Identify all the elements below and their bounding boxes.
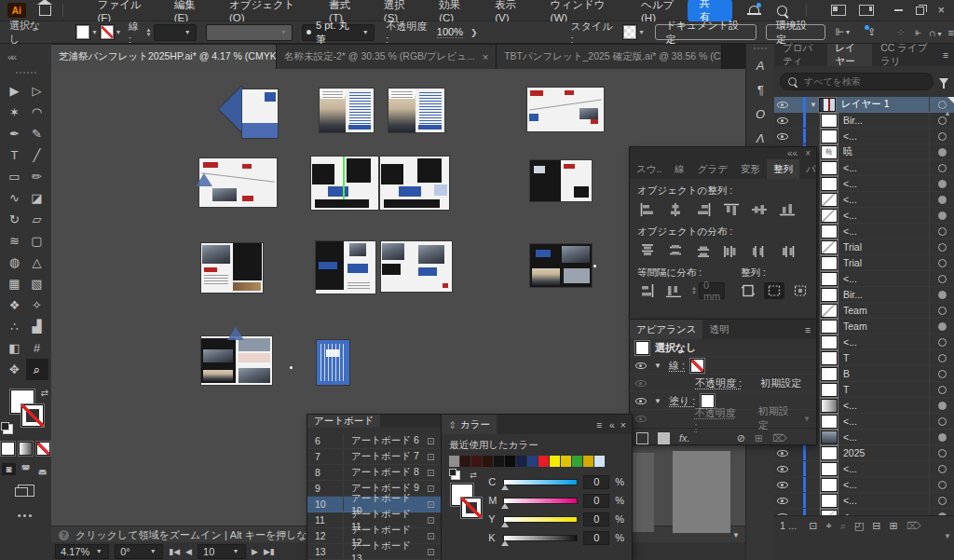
opentype-panel-icon[interactable]: O [746,102,774,126]
rotation-dropdown[interactable]: 0°▾ [115,544,163,559]
layer-name[interactable]: <... [843,273,929,284]
layer-name[interactable]: <... [843,495,929,506]
target-circle-icon[interactable] [938,402,947,410]
artboard-thumbnail[interactable] [380,157,449,210]
window-minimize-button[interactable] [894,9,903,11]
target-circle-icon[interactable] [938,417,947,426]
selection-tool[interactable]: ▶ [4,80,26,102]
layer-name[interactable]: <... [843,162,929,173]
collapse-icons-icon[interactable]: «« [787,148,797,158]
align-to-artboard-icon[interactable] [738,282,758,299]
chevron-down-icon[interactable]: ▾ [846,28,850,36]
menu-item-5[interactable]: 効果(C) [439,0,474,23]
channel-value-field[interactable]: 0 [583,531,609,545]
target-circle-icon[interactable] [938,322,947,331]
recent-color-swatch[interactable] [494,456,504,467]
color-button[interactable] [1,442,15,456]
curvature-tool[interactable]: ✎ [26,123,48,144]
artboard-thumbnail[interactable] [530,244,592,287]
target-circle-icon[interactable] [938,227,947,236]
layer-thumbnail[interactable] [821,130,838,143]
layer-name[interactable]: <... [843,178,929,189]
tab-プロパティ[interactable]: プロパティ [774,44,827,66]
panel-menu-icon[interactable]: ≡ [937,44,954,66]
artboard-thumbnail[interactable] [320,89,374,132]
tab-グラデ[interactable]: グラデ [691,159,734,179]
default-fill-stroke-icon[interactable] [3,424,13,434]
panel-grip-icon[interactable] [754,48,767,49]
layer-name[interactable]: Bir... [843,289,929,300]
recent-color-swatch[interactable] [460,456,470,467]
layer-name[interactable]: <... [843,511,929,515]
style-swatch[interactable] [622,24,637,40]
scroll-down-icon[interactable]: ▼ [803,415,811,423]
recent-color-swatch[interactable] [449,456,459,467]
distribute-h-center-icon[interactable] [749,242,770,259]
gradient-button[interactable] [19,442,33,456]
layer-name[interactable]: レイヤー 1 [841,98,929,111]
align-bottom-icon[interactable] [777,201,797,218]
smart-guides-icon[interactable]: ∩▾ [929,27,945,38]
stroke-swatch[interactable] [461,498,482,518]
layer-row[interactable]: <... [774,509,954,515]
layer-name[interactable]: <... [843,336,929,348]
artboard-options-icon[interactable]: ⊡ [420,547,441,557]
document-tab-1[interactable]: 名称未設定-2* @ 30.35 % (RGB/プレビュ...× [277,45,497,69]
menu-item-6[interactable]: 表示(V) [495,0,529,23]
tab-CC ライブラリ[interactable]: CC ライブラリ [872,44,937,66]
layer-thumbnail[interactable] [821,462,838,476]
channel-slider[interactable] [503,498,578,504]
layer-row[interactable]: ▼レイヤー 1 [774,97,954,113]
layer-thumbnail[interactable] [821,335,838,349]
target-circle-icon[interactable] [938,132,947,141]
opacity-value[interactable]: 100% [437,26,463,38]
tab-スウ..[interactable]: スウ.. [630,159,668,179]
visibility-eye-icon[interactable] [777,512,788,515]
slice-tool[interactable]: # [26,337,48,359]
align-top-icon[interactable] [721,201,742,218]
panel-collapse-icon[interactable]: ⇕ [448,419,457,430]
layer-thumbnail[interactable] [821,446,838,460]
panel-menu-icon[interactable]: ≡«× [591,415,632,434]
artboard-options-icon[interactable]: ⊡ [420,452,441,462]
target-circle-icon[interactable] [938,212,947,220]
artboard-nav-dropdown[interactable]: 10▾ [198,544,246,559]
scroll-up-icon[interactable]: ▲ [944,109,951,117]
recent-color-swatch[interactable] [583,456,593,467]
artboard-name[interactable]: アートボード 7 [343,449,420,464]
stroke-row-label[interactable]: 線 : [669,359,685,373]
layer-name[interactable]: T [843,352,929,363]
recent-color-swatch[interactable] [527,456,538,467]
recent-color-swatch[interactable] [505,456,515,467]
target-circle-icon[interactable] [938,497,947,505]
layer-name[interactable]: <... [843,130,929,142]
workspace-switcher-icon[interactable] [859,5,874,16]
tab-線[interactable]: 線 [668,159,691,179]
hand-tool[interactable]: ✥ [4,359,26,380]
channel-value-field[interactable]: 0 [583,475,609,489]
align-to-key-object-icon[interactable] [790,282,811,299]
collect-for-export-icon[interactable]: ⊡ [809,520,817,532]
layer-thumbnail[interactable] [821,304,838,318]
target-circle-icon[interactable] [938,465,947,473]
paragraph-panel-icon[interactable]: ¶ [746,77,774,102]
layer-thumbnail[interactable] [821,272,838,286]
edit-toolbar-icon[interactable]: ••• [0,510,51,521]
align-h-center-icon[interactable] [665,201,686,218]
layer-row[interactable]: <... [774,493,954,509]
tab-整列[interactable]: 整列 [767,159,799,179]
layer-thumbnail[interactable] [821,494,838,508]
layer-row[interactable]: <... [774,477,954,493]
recent-color-swatch[interactable] [561,456,571,467]
layer-name[interactable]: Team [843,305,929,316]
symbol-sprayer-tool[interactable]: ∴ [4,316,26,337]
document-tab-2[interactable]: TBTパンフレット_2025 確定版.ai* @ 38.56 % (CMYK..… [497,45,722,69]
artboard-row[interactable]: 7アートボード 7⊡ [307,449,441,465]
last-artboard-icon[interactable]: ▶▮ [264,547,275,556]
none-button[interactable] [36,442,50,456]
expand-chevron-icon[interactable]: ▼ [808,101,819,109]
eraser-tool[interactable]: ◪ [26,187,48,209]
artboard-options-icon[interactable]: ⊡ [420,468,441,478]
menu-item-1[interactable]: 編集(E) [174,0,209,23]
layer-row[interactable]: Bir... [774,113,954,129]
